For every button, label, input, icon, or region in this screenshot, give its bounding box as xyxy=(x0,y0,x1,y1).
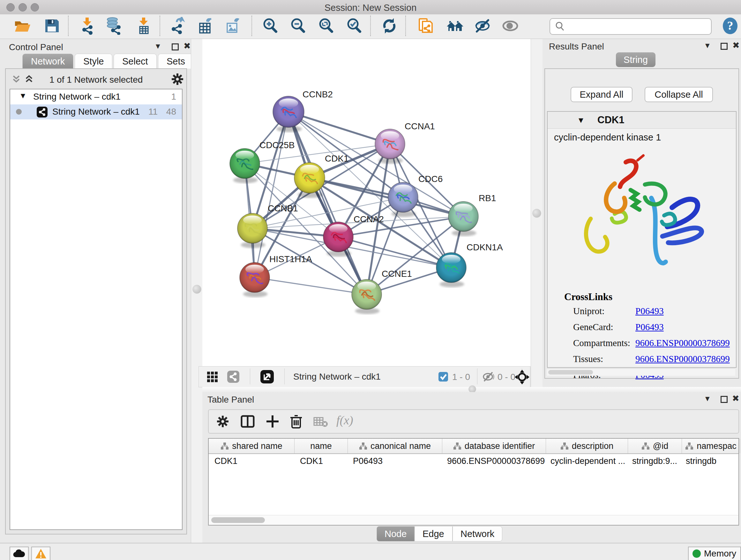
left-splitter-handle-icon[interactable] xyxy=(192,285,201,294)
tab-string[interactable]: String xyxy=(616,52,656,67)
memory-button[interactable]: Memory xyxy=(688,547,741,560)
collection-expand-icon[interactable]: ▼ xyxy=(19,91,27,100)
table-row[interactable]: CDK1CDK1P064939606.ENSP00000378699cyclin… xyxy=(209,454,738,468)
import-network-file-icon[interactable] xyxy=(78,17,96,35)
table-hscrollbar-thumb[interactable] xyxy=(211,517,265,523)
detach-view-icon[interactable] xyxy=(260,370,274,384)
results-panel-float-icon[interactable] xyxy=(721,43,728,50)
export-table-icon[interactable] xyxy=(197,17,214,35)
table-panel-float-icon[interactable] xyxy=(721,396,728,403)
import-network-database-icon[interactable] xyxy=(105,17,123,35)
zoom-fit-icon[interactable] xyxy=(317,17,335,35)
results-panel-close-icon[interactable]: ✖ xyxy=(732,41,740,50)
column-header-canonical-name[interactable]: canonical name xyxy=(348,439,442,453)
protein-collapse-icon[interactable]: ▼ xyxy=(577,116,585,125)
show-all-icon[interactable] xyxy=(501,17,519,35)
add-column-icon[interactable] xyxy=(266,415,280,428)
grid-view-icon[interactable] xyxy=(206,371,219,383)
hide-selected-icon[interactable] xyxy=(474,17,491,35)
network-row[interactable]: String Network – cdk1 11 48 xyxy=(10,105,182,119)
duplicate-network-icon[interactable] xyxy=(417,17,434,35)
network-node-CDC25B[interactable] xyxy=(230,148,260,183)
column-header-namespac[interactable]: namespac xyxy=(682,439,740,453)
network-node-HIST1H1A[interactable] xyxy=(240,262,270,297)
selected-checkbox-icon[interactable] xyxy=(438,372,448,382)
crosslink-url[interactable]: 9606.ENSP00000378699 xyxy=(635,338,730,348)
protein-card-header[interactable]: ▼ CDK1 xyxy=(548,112,736,129)
horizontal-splitter[interactable] xyxy=(202,387,741,392)
control-panel-menu-icon[interactable]: ▾ xyxy=(156,42,160,51)
tab-network[interactable]: Network xyxy=(22,54,73,69)
table-options-gear-icon[interactable] xyxy=(216,415,229,428)
zoom-out-icon[interactable] xyxy=(289,17,307,35)
right-splitter[interactable] xyxy=(531,39,544,387)
tab-node-table[interactable]: Node Table xyxy=(377,526,414,542)
import-table-icon[interactable] xyxy=(135,17,152,35)
network-edge-HIST1H1A-CCNE1[interactable] xyxy=(255,277,367,294)
column-header-name[interactable]: name xyxy=(294,439,348,453)
table-panel-menu-icon[interactable]: ▾ xyxy=(705,394,710,403)
column-header-shared-name[interactable]: shared name xyxy=(209,439,294,453)
network-node-CCNB2[interactable] xyxy=(273,96,304,132)
export-image-icon[interactable] xyxy=(224,17,242,35)
right-splitter-handle-icon[interactable] xyxy=(532,209,541,218)
first-neighbors-icon[interactable] xyxy=(446,17,464,35)
zoom-in-icon[interactable] xyxy=(261,17,279,35)
network-node-CCNA1[interactable] xyxy=(375,129,405,164)
tab-network-table[interactable]: Network Table xyxy=(453,526,502,542)
show-columns-icon[interactable] xyxy=(241,415,255,428)
column-header-description[interactable]: description xyxy=(546,439,628,453)
network-node-RB1[interactable] xyxy=(448,201,478,236)
tab-select[interactable]: Select xyxy=(114,54,157,69)
network-list: ▼ String Network – cdk1 1 String Network… xyxy=(10,89,183,530)
export-network-icon[interactable] xyxy=(169,17,187,35)
column-header--id[interactable]: @id xyxy=(628,439,682,453)
column-header-database-identifier[interactable]: database identifier xyxy=(442,439,546,453)
toolbar-separator xyxy=(284,368,285,384)
column-type-icon xyxy=(642,442,650,450)
tab-style[interactable]: Style xyxy=(75,54,112,69)
help-icon[interactable]: ? xyxy=(721,16,738,34)
network-view-title: String Network – cdk1 xyxy=(293,372,381,382)
control-panel-float-icon[interactable] xyxy=(172,44,179,51)
warning-button[interactable] xyxy=(31,547,51,560)
tab-sets[interactable]: Sets xyxy=(158,54,194,69)
crosslink-url[interactable]: P06493 xyxy=(635,306,664,316)
network-edge-CCNA2-CDKN1A[interactable] xyxy=(338,237,451,267)
network-node-CCNE1[interactable] xyxy=(352,279,382,314)
crosslink-url[interactable]: 9606.ENSP00000378699 xyxy=(635,354,730,364)
zoom-selected-icon[interactable] xyxy=(345,17,363,35)
network-options-gear-icon[interactable] xyxy=(171,73,184,85)
table-hscrollbar[interactable] xyxy=(209,515,738,525)
results-scrollbar[interactable] xyxy=(547,368,735,376)
save-session-icon[interactable] xyxy=(43,17,61,35)
network-edge-CCNB2-CCNA1[interactable] xyxy=(288,112,390,144)
open-session-icon[interactable] xyxy=(13,17,31,35)
network-collection-row[interactable]: ▼ String Network – cdk1 1 xyxy=(10,89,182,105)
network-canvas[interactable]: CCNB2CCNA1CDC25BCDK1CDC6RB1CCNB1CCNA2CDK… xyxy=(202,39,531,366)
cloud-button[interactable] xyxy=(10,547,29,560)
network-node-CDKN1A[interactable] xyxy=(436,253,466,287)
crosslinks-title: CrossLinks xyxy=(564,291,612,303)
expand-all-button[interactable]: Expand All xyxy=(570,87,632,102)
results-panel-menu-icon[interactable]: ▾ xyxy=(705,41,710,50)
collapse-all-button[interactable]: Collapse All xyxy=(645,87,713,102)
network-edge-CCNB2-HIST1H1A[interactable] xyxy=(255,112,288,277)
delete-column-icon[interactable] xyxy=(289,414,303,429)
refresh-icon[interactable] xyxy=(381,17,398,35)
network-edge-CCNB2-CCNE1[interactable] xyxy=(288,112,367,294)
table-toolbar: f(x) xyxy=(208,409,739,434)
network-thumbnail-icon[interactable] xyxy=(227,370,240,383)
birdseye-icon[interactable] xyxy=(514,369,530,385)
table-panel-close-icon[interactable]: ✖ xyxy=(732,394,739,403)
column-type-icon xyxy=(359,442,367,450)
table-cell: 9606.ENSP00000378699 xyxy=(441,454,545,468)
left-splitter[interactable] xyxy=(191,39,203,543)
search-input[interactable] xyxy=(549,18,712,35)
results-scrollbar-thumb[interactable] xyxy=(548,370,593,374)
network-node-count: 11 xyxy=(148,107,158,117)
control-panel-close-icon[interactable]: ✖ xyxy=(184,42,191,51)
tab-edge-table[interactable]: Edge Table xyxy=(414,526,453,542)
crosslink-url[interactable]: P06493 xyxy=(635,322,664,332)
network-node-CCNB1[interactable] xyxy=(238,213,267,248)
